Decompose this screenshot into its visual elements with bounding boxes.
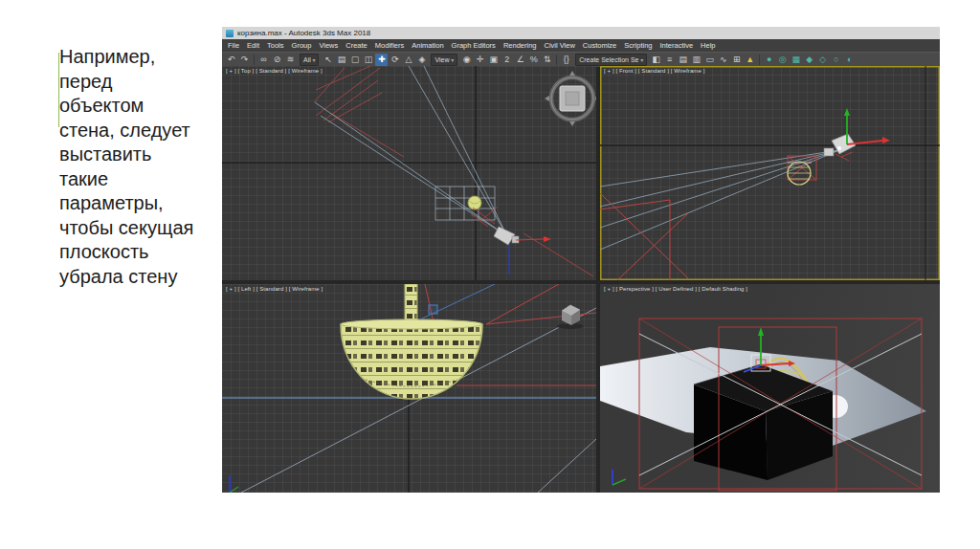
select-object-icon[interactable]: ↖	[322, 54, 334, 66]
toolbar-separator	[556, 55, 557, 65]
slice-gizmo-blue	[420, 284, 495, 319]
front-view-scene	[600, 66, 940, 280]
select-and-place-icon[interactable]: ◈	[415, 54, 428, 66]
caption-line: параметры,	[59, 191, 222, 216]
caption-line: такие	[59, 167, 222, 192]
menu-help[interactable]: Help	[697, 41, 719, 50]
left-view-scene	[222, 284, 596, 493]
red-helper-lines	[471, 207, 593, 276]
viewport-label-left[interactable]: [ + ] [ Left ] [ Standard ] [ Wireframe …	[226, 286, 323, 292]
menu-group[interactable]: Group	[288, 41, 316, 50]
viewport-top[interactable]: [ + ] [ Top ] [ Standard ] [ Wireframe ]	[222, 66, 596, 280]
toolbar-separator	[759, 55, 760, 65]
basket-object	[468, 196, 481, 209]
caption-line: выставить	[59, 143, 222, 167]
menu-graph-editors[interactable]: Graph Editors	[448, 41, 500, 50]
render-iterative-icon[interactable]: ◇	[816, 54, 829, 66]
viewport-label-top[interactable]: [ + ] [ Top ] [ Standard ] [ Wireframe ]	[226, 68, 323, 74]
spinner-snap-icon[interactable]: ⇅	[541, 54, 553, 66]
menu-customize[interactable]: Customize	[579, 41, 620, 50]
menu-file[interactable]: File	[224, 41, 243, 50]
rectangular-selection-icon[interactable]: ▢	[348, 54, 361, 66]
view-cube[interactable]	[545, 71, 596, 126]
camera-object	[494, 227, 551, 274]
slide-caption: Например, перед объектом стена, следует …	[59, 45, 222, 289]
caption-line: объектом	[59, 94, 222, 119]
viewport-front[interactable]: [ + ] [ Front ] [ Standard ] [ Wireframe…	[600, 66, 940, 280]
wall-wireframe-red	[600, 193, 688, 280]
world-axis-tripod	[230, 475, 238, 493]
unlink-selection-icon[interactable]: ⊘	[271, 54, 283, 66]
use-pivot-point-icon[interactable]: ◉	[460, 54, 473, 66]
window-title: корзина.max - Autodesk 3ds Max 2018	[237, 29, 370, 37]
viewport-label-perspective[interactable]: [ + ] [ Perspective ] [ User Defined ] […	[604, 286, 747, 292]
clipping-plane-grid	[435, 187, 495, 220]
angle-snap-icon[interactable]: ∠	[514, 54, 526, 66]
menu-views[interactable]: Views	[315, 41, 342, 50]
basket-object	[341, 284, 482, 399]
select-and-scale-icon[interactable]: △	[402, 54, 414, 66]
warning-icon[interactable]: ▲	[744, 54, 756, 66]
toggle-scene-explorer-icon[interactable]: ▤	[677, 54, 689, 66]
edit-named-selection-icon[interactable]: {}	[560, 54, 572, 66]
viewport-area: [ + ] [ Top ] [ Standard ] [ Wireframe ]	[222, 66, 940, 493]
menu-tools[interactable]: Tools	[263, 41, 288, 50]
viewport-left[interactable]: [ + ] [ Left ] [ Standard ] [ Wireframe …	[222, 284, 596, 493]
bind-to-space-warp-icon[interactable]: ≋	[284, 54, 297, 66]
render-production-icon[interactable]: ◆	[803, 54, 815, 66]
camera-object	[824, 134, 856, 161]
select-and-move-icon[interactable]: ✚	[375, 54, 388, 66]
toggle-ribbon-icon[interactable]: ▭	[703, 54, 716, 66]
caption-line: перед	[59, 70, 222, 95]
selection-filter-dropdown[interactable]: All	[300, 54, 319, 66]
render-in-cloud-icon[interactable]: ○	[830, 54, 842, 66]
named-selection-dropdown[interactable]: Create Selection Se	[575, 54, 647, 66]
perspective-view-scene	[600, 284, 940, 493]
rendered-frame-window-icon[interactable]: ▦	[790, 54, 802, 66]
keyboard-shortcut-toggle-icon[interactable]: ▣	[487, 54, 500, 66]
viewport-perspective[interactable]: [ + ] [ Perspective ] [ User Defined ] […	[600, 284, 940, 493]
snaps-toggle-icon[interactable]: 2	[501, 54, 513, 66]
mirror-icon[interactable]: ◧	[650, 54, 662, 66]
menu-modifiers[interactable]: Modifiers	[371, 41, 408, 50]
basket-clip-box-red	[788, 156, 816, 180]
menu-animation[interactable]: Animation	[408, 41, 447, 50]
window-crossing-icon[interactable]: ◫	[362, 54, 374, 66]
toolbar-separator	[254, 55, 255, 65]
helper-box-object	[557, 305, 584, 329]
main-toolbar: ↶↷∞⊘≋All↖▤▢◫✚⟳△◈View◉✛▣2∠%⇅{}Create Sele…	[222, 52, 940, 67]
undo-icon[interactable]: ↶	[225, 54, 237, 66]
render-gallery-icon[interactable]: ◐	[843, 54, 856, 66]
reference-coordinate-dropdown[interactable]: View	[431, 54, 457, 66]
schematic-view-icon[interactable]: ⊞	[730, 54, 743, 66]
select-and-link-icon[interactable]: ∞	[257, 54, 270, 66]
viewport-label-front[interactable]: [ + ] [ Front ] [ Standard ] [ Wireframe…	[604, 68, 704, 74]
app-icon	[226, 30, 234, 37]
app-window: корзина.max - Autodesk 3ds Max 2018 File…	[222, 27, 940, 493]
toggle-layer-explorer-icon[interactable]: ▥	[690, 54, 702, 66]
curve-editor-icon[interactable]: ∿	[717, 54, 729, 66]
menu-bar: FileEditToolsGroupViewsCreateModifiersAn…	[222, 39, 940, 52]
caption-line: плоскость	[59, 240, 222, 265]
caption-line: стена, следует	[59, 119, 222, 143]
menu-interactive[interactable]: Interactive	[656, 41, 697, 50]
select-by-name-icon[interactable]: ▤	[335, 54, 347, 66]
caption-line: чтобы секущая	[59, 216, 222, 241]
title-bar[interactable]: корзина.max - Autodesk 3ds Max 2018	[222, 27, 940, 39]
menu-create[interactable]: Create	[342, 41, 371, 50]
redo-icon[interactable]: ↷	[238, 54, 251, 66]
top-view-scene	[222, 66, 596, 280]
menu-edit[interactable]: Edit	[243, 41, 263, 50]
align-icon[interactable]: ≡	[663, 54, 676, 66]
percent-snap-icon[interactable]: %	[527, 54, 540, 66]
basket-object	[788, 162, 812, 185]
select-and-rotate-icon[interactable]: ⟳	[389, 54, 401, 66]
caption-line: Например,	[59, 45, 222, 70]
menu-rendering[interactable]: Rendering	[500, 41, 541, 50]
render-setup-icon[interactable]: ◎	[776, 54, 789, 66]
material-editor-icon[interactable]: ●	[763, 54, 775, 66]
menu-scripting[interactable]: Scripting	[620, 41, 656, 50]
menu-civil-view[interactable]: Civil View	[540, 41, 578, 50]
select-and-manipulate-icon[interactable]: ✛	[474, 54, 486, 66]
caption-line: убрала стену	[59, 265, 222, 290]
